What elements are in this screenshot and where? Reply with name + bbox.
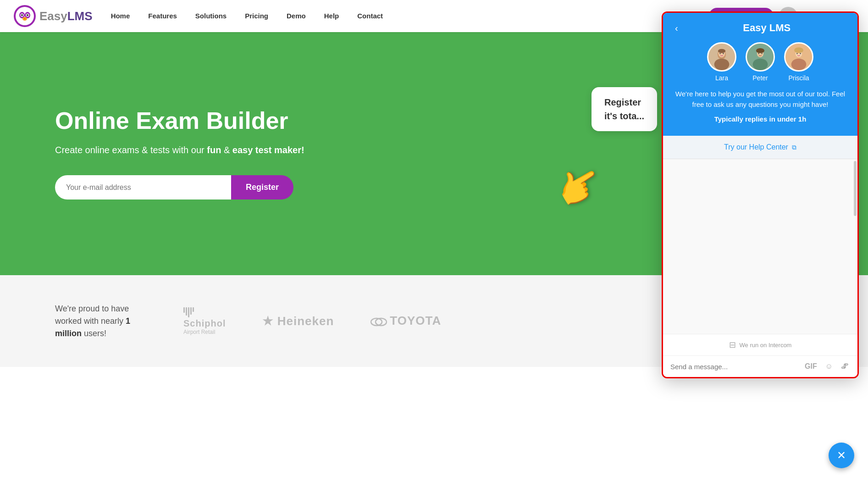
gif-button[interactable]: GIF (803, 361, 819, 371)
svg-point-16 (719, 53, 721, 54)
toyota-icon (370, 316, 387, 328)
schiphol-logo: Schiphol Airport Retail (183, 307, 226, 335)
toyota-logo: TOYOTA (370, 314, 441, 328)
svg-point-7 (27, 14, 28, 16)
nav-item-pricing[interactable]: Pricing (245, 12, 268, 20)
emoji-button[interactable]: ☺ (824, 361, 835, 371)
nav-item-features[interactable]: Features (148, 12, 177, 20)
nav-item-demo[interactable]: Demo (287, 12, 306, 20)
chat-back-button[interactable]: ‹ (672, 23, 681, 33)
svg-point-23 (761, 53, 763, 54)
agent-priscila-avatar (784, 42, 813, 72)
agent-peter-name: Peter (752, 74, 768, 82)
svg-point-6 (21, 14, 23, 16)
chat-messages[interactable] (663, 159, 857, 334)
chat-powered: ⊟ We run on Intercom (663, 334, 857, 355)
svg-point-24 (756, 48, 764, 53)
owl-logo-icon (14, 5, 36, 27)
chat-tagline: We're here to help you get the most out … (672, 89, 848, 110)
svg-point-1 (16, 7, 34, 25)
powered-text: We run on Intercom (740, 342, 792, 349)
register-bubble: Register it's tota... (592, 87, 657, 131)
attachment-button[interactable]: 🖇 (839, 361, 850, 371)
nav-item-contact[interactable]: Contact (357, 12, 383, 20)
proud-text: We're proud to have worked with nearly 1… (55, 303, 147, 340)
hero-subtitle: Create online exams & tests with our fun… (55, 143, 304, 157)
agent-priscila: Priscila (784, 42, 813, 82)
svg-point-20 (753, 59, 768, 70)
help-center-link[interactable]: Try our Help Center (724, 143, 788, 151)
chat-widget: ‹ Easy LMS Lar (662, 11, 859, 378)
agent-lara-avatar (707, 42, 736, 72)
agent-peter: Peter (746, 42, 775, 82)
svg-point-28 (796, 53, 798, 54)
chat-agents: Lara Peter (672, 42, 848, 82)
svg-point-17 (723, 53, 724, 54)
hand-pointer-icon: 👉 (548, 156, 610, 216)
agent-priscila-name: Priscila (788, 74, 809, 82)
register-button[interactable]: Register (231, 175, 293, 199)
chat-message-input[interactable] (670, 363, 798, 371)
hero-title: Online Exam Builder (55, 108, 304, 134)
chat-title: Easy LMS (686, 22, 848, 34)
chat-header-top: ‹ Easy LMS (672, 22, 848, 34)
hero-content: Online Exam Builder Create online exams … (55, 108, 304, 199)
external-link-icon: ⧉ (792, 144, 796, 151)
email-input[interactable] (55, 175, 231, 199)
peter-avatar-icon (747, 42, 774, 72)
svg-point-29 (800, 53, 801, 54)
chat-reply-time: Typically replies in under 1h (672, 115, 848, 123)
svg-point-14 (714, 59, 730, 70)
hero-form: Register (55, 175, 293, 199)
agent-lara-name: Lara (715, 74, 728, 82)
chat-header: ‹ Easy LMS Lar (663, 13, 857, 136)
priscila-avatar-icon (785, 42, 812, 72)
chat-help-bar: Try our Help Center ⧉ (663, 136, 857, 159)
chat-scrollbar[interactable] (854, 161, 857, 216)
logo[interactable]: EasyLMS (14, 5, 93, 27)
chat-input-actions: GIF ☺ 🖇 (803, 361, 850, 371)
intercom-icon: ⊟ (729, 340, 736, 350)
logo-text: EasyLMS (39, 9, 93, 23)
svg-point-30 (794, 47, 803, 53)
svg-point-22 (758, 53, 759, 54)
nav-item-home[interactable]: Home (111, 12, 130, 20)
chat-close-button[interactable]: ✕ (829, 443, 854, 468)
agent-peter-avatar (746, 42, 775, 72)
lara-avatar-icon (708, 42, 735, 72)
schiphol-lines-icon (183, 307, 194, 317)
svg-point-18 (718, 49, 725, 53)
heineken-logo: ★ Heineken (262, 314, 334, 328)
svg-point-26 (791, 59, 807, 70)
nav-links: Home Features Solutions Pricing Demo Hel… (111, 12, 709, 20)
nav-item-help[interactable]: Help (324, 12, 339, 20)
nav-item-solutions[interactable]: Solutions (195, 12, 227, 20)
agent-lara: Lara (707, 42, 736, 82)
chat-input-bar: GIF ☺ 🖇 (663, 355, 857, 377)
brand-logos: Schiphol Airport Retail ★ Heineken TOYOT… (183, 307, 441, 335)
